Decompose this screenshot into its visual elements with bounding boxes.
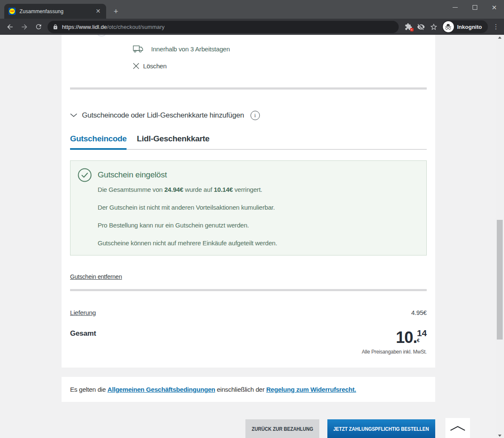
voucher-success-title: Gutschein eingelöst (98, 170, 167, 180)
new-tab-button[interactable]: + (111, 7, 121, 16)
total-price-main: 10. (396, 329, 417, 345)
browser-window: lidl Zusammenfassung ✕ + ✕ https://www.l… (0, 0, 504, 438)
bookmark-star-icon[interactable] (428, 20, 440, 33)
delivery-time-text: Innerhalb von 3 Arbeitstagen (151, 45, 230, 53)
total-price-currency: € (417, 338, 420, 343)
close-x-icon (133, 63, 139, 69)
tab-gutscheincode[interactable]: Gutscheincode (70, 134, 127, 150)
checkout-summary-card: Innerhalb von 3 Arbeitstagen Löschen Gut… (62, 35, 435, 368)
total-price: 10. 14 € (396, 329, 427, 345)
voucher-tabbar: Gutscheincode Lidl-Geschenkkarte (70, 134, 427, 150)
scrollbar-thumb[interactable] (497, 220, 503, 340)
chevron-up-icon (449, 425, 466, 431)
chevron-down-icon (70, 113, 77, 118)
incognito-icon (443, 21, 454, 32)
total-row: Gesamt 10. 14 € (70, 329, 427, 345)
browser-toolbar: https://www.lidl.de/otc/checkout/summary… (0, 19, 504, 35)
forward-icon[interactable] (17, 20, 31, 33)
place-order-button[interactable]: JETZT ZAHLUNGSPFLICHTIG BESTELLEN (327, 419, 435, 438)
tab-strip: lidl Zusammenfassung ✕ + ✕ (0, 0, 504, 19)
voucher-success-line3: Pro Bestellung kann nur ein Gutschein ge… (98, 222, 249, 229)
voucher-success-box: Gutschein eingelöst Die Gesamtsumme von … (70, 160, 427, 256)
minimize-button[interactable] (445, 0, 465, 14)
delivery-label-link[interactable]: Lieferung (70, 309, 96, 316)
voucher-success-line2: Der Gutschein ist nicht mit anderen Vort… (98, 204, 275, 211)
delete-label: Löschen (143, 62, 166, 70)
reload-icon[interactable] (31, 20, 46, 33)
delivery-info-row: Innerhalb von 3 Arbeitstagen (133, 45, 230, 53)
eye-hidden-icon[interactable] (415, 20, 428, 33)
url-text: https://www.lidl.de/otc/checkout/summary (62, 24, 165, 30)
incognito-label: Inkognito (457, 24, 482, 30)
tab-close-icon[interactable]: ✕ (94, 8, 102, 15)
page-viewport: Innerhalb von 3 Arbeitstagen Löschen Gut… (0, 35, 504, 438)
truck-icon (133, 45, 144, 53)
incognito-badge: Inkognito (442, 20, 488, 33)
browser-menu-icon[interactable]: ⋮ (490, 20, 502, 33)
lock-icon (53, 24, 58, 30)
delete-item-button[interactable]: Löschen (133, 62, 166, 70)
agb-link[interactable]: Allgemeinen Geschäftsbedingungen (107, 386, 215, 393)
total-price-cents: 14 (417, 328, 427, 337)
voucher-collapse-header[interactable]: Gutscheincode oder Lidl-Geschenkkarte hi… (70, 111, 260, 120)
extension-puzzle-icon[interactable]: × (402, 20, 415, 33)
total-label: Gesamt (70, 329, 96, 338)
scrollbar-down-arrow[interactable] (498, 435, 501, 437)
remove-voucher-link[interactable]: Gutschein entfernen (70, 273, 122, 280)
cropped-element (95, 35, 108, 36)
address-bar[interactable]: https://www.lidl.de/otc/checkout/summary (48, 21, 399, 33)
browser-tab[interactable]: lidl Zusammenfassung ✕ (4, 4, 106, 19)
tab-lidl-geschenkkarte[interactable]: Lidl-Geschenkkarte (137, 134, 209, 149)
extension-badge: × (410, 28, 414, 31)
voucher-header-label: Gutscheincode oder Lidl-Geschenkkarte hi… (82, 111, 244, 120)
divider (70, 87, 427, 90)
info-icon[interactable]: i (251, 111, 260, 120)
scrollbar[interactable] (496, 35, 504, 438)
divider (70, 289, 427, 291)
maximize-button[interactable] (465, 0, 484, 14)
vat-note: Alle Preisangaben inkl. MwSt. (362, 349, 427, 355)
back-to-payment-button[interactable]: ZURÜCK ZUR BEZAHLUNG (245, 419, 319, 438)
voucher-success-line1: Die Gesamtsumme von 24.94€ wurde auf 10.… (98, 186, 262, 193)
legal-text: Es gelten die Allgemeinen Geschäftsbedin… (70, 386, 356, 393)
voucher-success-line4: Gutscheine können nicht auf mehrere Eink… (98, 239, 277, 247)
close-window-button[interactable]: ✕ (484, 0, 504, 14)
back-icon[interactable] (3, 20, 17, 33)
legal-card: Es gelten die Allgemeinen Geschäftsbedin… (62, 377, 435, 402)
delivery-price-row: Lieferung 4.95€ (70, 309, 427, 316)
lidl-favicon: lidl (8, 8, 16, 15)
check-circle-icon (78, 168, 92, 182)
scrollbar-up-arrow[interactable] (498, 36, 501, 39)
widerruf-link[interactable]: Regelung zum Widerrufsrecht. (266, 386, 356, 393)
scroll-to-top-button[interactable] (445, 418, 470, 438)
delivery-price: 4.95€ (411, 309, 427, 316)
tab-title: Zusammenfassung (20, 8, 94, 14)
